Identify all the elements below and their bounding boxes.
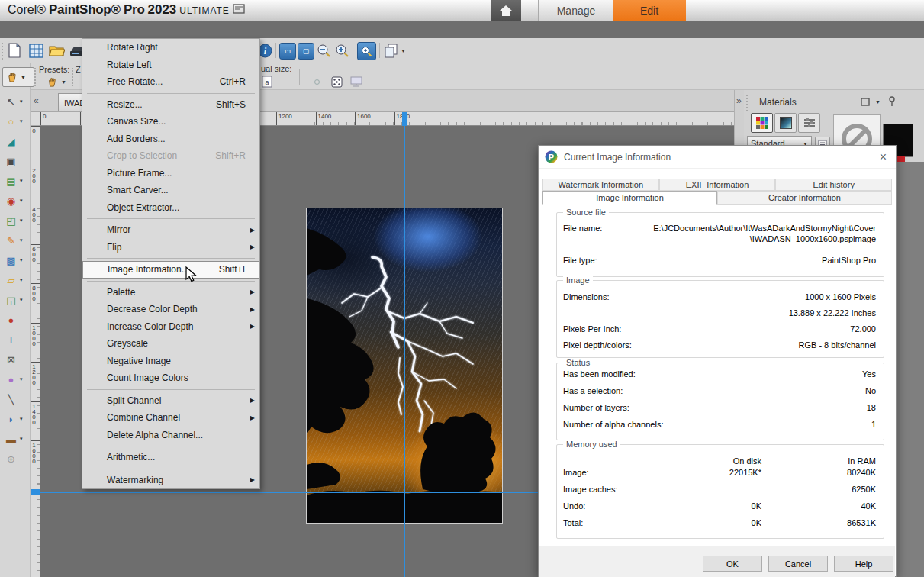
duplicate-button[interactable]: ▼ xyxy=(384,42,407,59)
text-tool[interactable]: T xyxy=(0,330,31,350)
pixel-depth-row: Pixel depth/colors: RGB - 8 bits/channel xyxy=(563,340,876,350)
clone-tool[interactable]: ◰ ▾ xyxy=(0,211,31,230)
image-menu-item[interactable]: Rotate Left xyxy=(82,56,259,74)
eraser-tool[interactable]: ▱ ▾ xyxy=(0,270,31,290)
randomize-button[interactable] xyxy=(330,75,343,89)
sliders-view-tab[interactable] xyxy=(798,113,820,133)
tab-scroll-left[interactable]: « xyxy=(34,95,39,106)
dropper-tool[interactable]: ◢ xyxy=(0,131,31,151)
vertical-ruler[interactable]: 02004006008001000120014001600 xyxy=(31,126,40,577)
dialog-tab[interactable]: EXIF Information xyxy=(659,179,776,191)
pick-tool[interactable]: ↖ ▾ xyxy=(0,92,31,111)
crop-tool[interactable]: ▣ xyxy=(0,151,31,171)
brand-edition: ULTIMATE xyxy=(179,5,230,16)
image-menu-item[interactable]: Split Channel ▶ xyxy=(82,392,259,410)
new-image-button[interactable] xyxy=(6,42,23,59)
vertical-guide[interactable] xyxy=(404,126,405,577)
presets-dropdown[interactable]: ▼ xyxy=(43,75,69,89)
image-menu-item[interactable]: Greyscale xyxy=(82,335,259,353)
zoom-in-button[interactable] xyxy=(333,42,350,59)
image-menu-item[interactable]: Combine Channel ▶ xyxy=(82,409,259,427)
image-menu-item[interactable]: Count Image Colors xyxy=(82,369,259,387)
dice-icon xyxy=(331,76,343,88)
home-tab[interactable] xyxy=(491,0,521,21)
image-menu-item[interactable]: Add Borders... xyxy=(82,131,259,148)
status-row: Number of layers: 18 xyxy=(563,403,876,412)
image-menu-item[interactable]: Image Information... Shift+I xyxy=(82,261,259,279)
workspace-tab-manage[interactable]: Manage xyxy=(538,0,614,21)
pen-tool[interactable]: ╲ xyxy=(0,389,31,409)
dialog-tab[interactable]: Image Information xyxy=(542,191,717,205)
image-menu-item[interactable]: Smart Carver... xyxy=(82,182,259,199)
size-field-icon[interactable]: a xyxy=(261,75,273,89)
dialog-title-bar[interactable]: P Current Image Information × xyxy=(539,146,896,169)
image-menu-item[interactable]: Free Rotate... Ctrl+R xyxy=(82,73,259,91)
warp-tool[interactable]: ◗ ▾ xyxy=(0,409,31,429)
field-label: Pixel depth/colors: xyxy=(563,340,632,350)
svg-text:a: a xyxy=(265,79,269,86)
cancel-button[interactable]: Cancel xyxy=(768,556,828,572)
flood-fill-tool[interactable]: ◲ ▾ xyxy=(0,290,31,310)
pan-hand-icon xyxy=(6,71,18,83)
chevron-down-icon[interactable]: ▼ xyxy=(875,99,881,105)
image-menu-item[interactable]: Negative Image xyxy=(82,353,259,370)
browse-button[interactable] xyxy=(27,42,44,59)
fit-to-window-button[interactable]: ▢ xyxy=(298,43,314,60)
workspace-tab-edit[interactable]: Edit xyxy=(613,0,686,21)
image-menu-item[interactable]: Delete Alpha Channel... xyxy=(82,427,259,444)
menu-item-label: Split Channel xyxy=(107,395,235,406)
deform-tool[interactable]: ⊠ xyxy=(0,350,31,369)
paint-brush-tool[interactable]: ✎ ▾ xyxy=(0,230,31,250)
vertical-guide-handle[interactable] xyxy=(402,112,407,126)
color-changer-tool[interactable]: ● xyxy=(0,310,31,330)
image-menu-item[interactable]: Resize... Shift+S xyxy=(82,96,259,114)
red-eye-tool[interactable]: ◉ ▾ xyxy=(0,191,31,211)
dialog-tab[interactable]: Edit history xyxy=(775,179,892,191)
ok-button[interactable]: OK xyxy=(703,556,762,572)
dialog-tab[interactable]: Watermark Information xyxy=(542,179,659,191)
help-button[interactable]: Help xyxy=(834,556,893,572)
oil-brush-tool[interactable]: ▬ ▾ xyxy=(0,429,31,449)
panel-collapse-button[interactable]: » xyxy=(736,95,742,106)
image-menu-item[interactable]: Picture Frame... xyxy=(82,165,259,182)
materials-title: Materials xyxy=(759,97,797,108)
image-menu-item[interactable]: Mirror ▶ xyxy=(82,221,259,239)
toolbar-grip[interactable] xyxy=(2,43,5,60)
image-menu-item[interactable]: Watermarking ▶ xyxy=(82,472,259,489)
dialog-tab[interactable]: Creator Information xyxy=(717,191,892,205)
horizontal-guide-handle[interactable] xyxy=(31,489,40,495)
picture-tube-tool[interactable]: ▩ ▾ xyxy=(0,250,31,270)
image-menu-item[interactable]: Rotate Right xyxy=(82,39,259,56)
image-menu-item[interactable]: Canvas Size... xyxy=(82,113,259,131)
image-menu-item[interactable]: Decrease Color Depth ▶ xyxy=(82,301,259,318)
center-point-button[interactable] xyxy=(310,75,324,89)
gradient-view-tab[interactable] xyxy=(774,113,797,133)
open-button[interactable] xyxy=(47,42,66,59)
symmetry-tool[interactable]: ⊕ xyxy=(0,449,31,469)
image-menu-item[interactable]: Flip ▶ xyxy=(82,239,259,256)
pin-icon[interactable] xyxy=(887,96,897,107)
swatches-view-tab[interactable] xyxy=(751,113,773,133)
straighten-tool[interactable]: ▤ ▾ xyxy=(0,171,31,191)
zoom-out-button[interactable] xyxy=(315,42,332,59)
close-icon[interactable]: × xyxy=(877,150,890,164)
palette-grip[interactable] xyxy=(746,95,750,111)
image-menu-item xyxy=(82,256,259,261)
palette-grip[interactable] xyxy=(34,68,38,86)
image-menu-item[interactable]: Palette ▶ xyxy=(82,284,259,301)
zoom-tool-button[interactable] xyxy=(357,42,376,60)
zoom-label-partial: Z xyxy=(76,65,81,74)
image-menu-item[interactable]: Arithmetic... xyxy=(82,449,259,466)
app-brand: Corel® PaintShop® Pro 2023 ULTIMATE xyxy=(8,2,245,19)
dimensions-row: Dimensions: 1000 x 1600 Pixels xyxy=(563,292,876,301)
pan-tool[interactable]: ▼ xyxy=(2,67,34,87)
selection-tool[interactable]: ○ ▾ xyxy=(0,111,31,131)
image-menu-item[interactable]: Object Extractor... xyxy=(82,199,259,217)
shape-tool[interactable]: ● ▾ xyxy=(0,369,31,389)
image-menu-item[interactable]: Increase Color Depth ▶ xyxy=(82,318,259,336)
window-icon[interactable] xyxy=(861,98,870,106)
dialog-tab-label: Creator Information xyxy=(768,193,841,202)
preview-on-monitor-button[interactable] xyxy=(349,75,363,89)
actual-size-button[interactable]: 1:1 xyxy=(279,43,296,60)
open-folder-icon xyxy=(49,44,65,57)
